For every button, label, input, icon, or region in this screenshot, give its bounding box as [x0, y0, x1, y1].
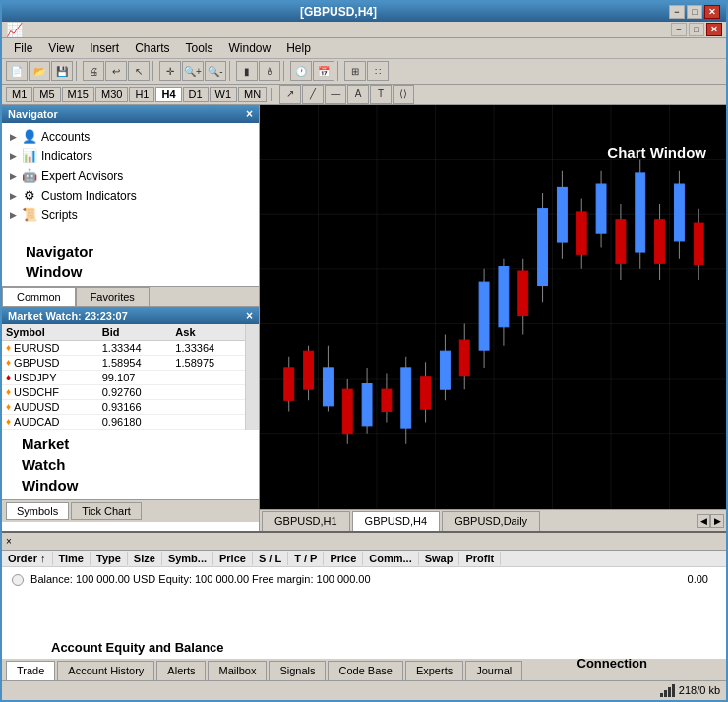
toolbar-open[interactable]: 📂 [29, 61, 50, 81]
navigator-close[interactable]: × [246, 107, 253, 121]
tf-m30[interactable]: M30 [95, 87, 128, 102]
nav-scripts-icon: 📜 [22, 207, 37, 223]
tf-arrow[interactable]: ↗ [279, 85, 301, 104]
mw-tab-tick-chart[interactable]: Tick Chart [71, 502, 142, 520]
term-tab-code-base[interactable]: Code Base [328, 661, 402, 680]
svg-rect-17 [304, 351, 314, 389]
toolbar-grid[interactable]: ⊞ [344, 61, 366, 81]
col-comm[interactable]: Comm... [363, 552, 418, 565]
term-tab-account-history[interactable]: Account History [57, 661, 154, 680]
tf-fib[interactable]: T [370, 85, 392, 104]
col-time[interactable]: Time [53, 552, 91, 565]
chart-tab-prev[interactable]: ◀ [697, 514, 710, 528]
market-watch-titlebar: Market Watch: 23:23:07 × [2, 307, 259, 324]
col-size[interactable]: Size [128, 552, 162, 565]
tf-m1[interactable]: M1 [6, 87, 32, 102]
bid-usdjpy: 99.107 [98, 370, 172, 384]
tf-h4[interactable]: H4 [155, 87, 181, 102]
svg-rect-35 [479, 282, 489, 350]
close-button[interactable]: ✕ [704, 5, 720, 19]
symbol-audcad: ♦AUDCAD [2, 414, 98, 429]
term-tab-signals[interactable]: Signals [269, 661, 326, 680]
menu-file[interactable]: File [6, 39, 40, 57]
tf-d1[interactable]: D1 [183, 87, 209, 102]
toolbar-dots[interactable]: ∷ [367, 61, 389, 81]
nav-accounts[interactable]: ▶ 👤 Accounts [6, 127, 255, 146]
market-watch-scrollbar[interactable] [245, 324, 259, 430]
term-tab-mailbox[interactable]: Mailbox [208, 661, 267, 680]
terminal-close[interactable]: × [6, 536, 12, 547]
market-row-audusd[interactable]: ♦AUDUSD 0.93166 [2, 399, 245, 414]
chart-tab-h1[interactable]: GBPUSD,H1 [262, 511, 350, 531]
market-row-usdchf[interactable]: ♦USDCHF 0.92760 [2, 384, 245, 399]
col-price2[interactable]: Price [324, 552, 363, 565]
term-tab-trade[interactable]: Trade [6, 661, 55, 680]
nav-custom-indicators[interactable]: ▶ ⚙ Custom Indicators [6, 186, 255, 205]
minimize-button[interactable]: − [669, 5, 685, 19]
menu-view[interactable]: View [40, 39, 82, 57]
menu-help[interactable]: Help [278, 39, 319, 57]
nav-expert-advisors[interactable]: ▶ 🤖 Expert Advisors [6, 166, 255, 186]
term-tab-experts[interactable]: Experts [405, 661, 463, 680]
nav-accounts-icon: 👤 [22, 129, 37, 145]
tf-m5[interactable]: M5 [33, 87, 60, 102]
toolbar-candle[interactable]: 🕯 [259, 61, 280, 81]
toolbar-new[interactable]: 📄 [6, 61, 28, 81]
menu-window[interactable]: Window [221, 39, 279, 57]
col-profit[interactable]: Profit [459, 552, 501, 565]
inner-close[interactable]: ✕ [706, 23, 722, 36]
bar-4 [672, 684, 675, 697]
tf-text[interactable]: A [347, 85, 369, 104]
nav-tab-common[interactable]: Common [2, 287, 76, 306]
menu-insert[interactable]: Insert [82, 39, 127, 57]
toolbar-zoom-out[interactable]: 🔍- [205, 61, 226, 81]
term-tab-alerts[interactable]: Alerts [156, 661, 206, 680]
col-tp[interactable]: T / P [288, 552, 324, 565]
menu-tools[interactable]: Tools [178, 39, 221, 57]
nav-indicators[interactable]: ▶ 📊 Indicators [6, 146, 255, 166]
maximize-button[interactable]: □ [687, 5, 702, 19]
svg-rect-47 [596, 184, 606, 233]
nav-scripts[interactable]: ▶ 📜 Scripts [6, 205, 255, 225]
svg-rect-37 [499, 266, 509, 326]
market-watch-close[interactable]: × [246, 309, 253, 322]
tf-period[interactable]: ⟨⟩ [393, 85, 414, 104]
market-watch-annotation: MarketWatchWindow [2, 430, 259, 499]
col-swap[interactable]: Swap [419, 552, 460, 565]
toolbar-calendar[interactable]: 📅 [313, 61, 334, 81]
tf-m15[interactable]: M15 [62, 87, 94, 102]
market-row-eurusd[interactable]: ♦EURUSD 1.33344 1.33364 [2, 340, 245, 355]
toolbar-cross[interactable]: ✛ [159, 61, 181, 81]
term-tab-journal[interactable]: Journal [465, 661, 522, 680]
market-row-audcad[interactable]: ♦AUDCAD 0.96180 [2, 414, 245, 429]
chart-tab-daily[interactable]: GBPUSD,Daily [442, 511, 540, 531]
toolbar-bar[interactable]: ▮ [236, 61, 258, 81]
market-row-gbpusd[interactable]: ♦GBPUSD 1.58954 1.58975 [2, 355, 245, 370]
inner-maximize[interactable]: □ [689, 23, 704, 36]
mw-tab-symbols[interactable]: Symbols [6, 502, 69, 520]
chart-tab-next[interactable]: ▶ [710, 514, 724, 528]
toolbar-zoom-in[interactable]: 🔍+ [182, 61, 204, 81]
chart-tab-h4[interactable]: GBPUSD,H4 [352, 511, 441, 531]
toolbar-undo[interactable]: ↩ [105, 61, 127, 81]
balance-icon [12, 574, 24, 586]
bid-eurusd: 1.33344 [98, 340, 172, 355]
col-type[interactable]: Type [91, 552, 128, 565]
toolbar-print[interactable]: 🖨 [83, 61, 104, 81]
tf-line[interactable]: ╱ [302, 85, 324, 104]
menu-charts[interactable]: Charts [127, 39, 177, 57]
col-price[interactable]: Price [213, 552, 253, 565]
tf-h1[interactable]: H1 [129, 87, 154, 102]
tf-w1[interactable]: W1 [210, 87, 238, 102]
col-order[interactable]: Order ↑ [2, 552, 53, 565]
toolbar-save[interactable]: 💾 [51, 61, 73, 81]
market-row-usdjpy[interactable]: ♦USDJPY 99.107 [2, 370, 245, 384]
tf-hline[interactable]: — [325, 85, 346, 104]
col-sl[interactable]: S / L [253, 552, 288, 565]
inner-minimize[interactable]: − [671, 23, 687, 36]
col-symbol[interactable]: Symb... [162, 552, 213, 565]
toolbar-cursor[interactable]: ↖ [128, 61, 150, 81]
tf-mn[interactable]: MN [238, 87, 267, 102]
nav-tab-favorites[interactable]: Favorites [76, 287, 150, 306]
toolbar-clock[interactable]: 🕐 [290, 61, 312, 81]
